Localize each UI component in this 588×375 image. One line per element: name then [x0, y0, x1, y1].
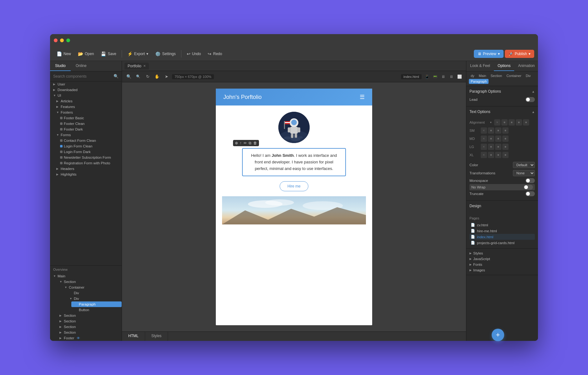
collapse-styles[interactable]: ▶ Styles — [469, 250, 535, 256]
fullscreen-icon[interactable]: ⬜ — [456, 73, 463, 80]
undo-button[interactable]: ↩ Undo — [184, 50, 204, 58]
collapse-images[interactable]: ▶ Images — [469, 267, 535, 273]
add-floating-button[interactable]: + — [492, 329, 504, 341]
md-align-right[interactable]: ≡ — [502, 136, 509, 142]
align-right-button[interactable]: ≡ — [516, 119, 522, 126]
zoom-in-button[interactable]: 🔍 — [125, 73, 133, 80]
sidebar-item-footers[interactable]: ▼ Footers — [53, 110, 122, 115]
move-icon[interactable]: ⊕ — [235, 141, 238, 145]
sm-align-none[interactable]: ✕ — [481, 127, 487, 134]
tab-animation[interactable]: Animation — [514, 61, 538, 71]
monospace-toggle[interactable] — [525, 178, 535, 183]
sm-align-left[interactable]: ≡ — [488, 127, 494, 134]
traffic-light-minimize[interactable] — [60, 39, 64, 42]
canvas-tab-portfolio[interactable]: Portfolio ✕ — [124, 63, 149, 69]
sidebar-item-login-form-dark[interactable]: Login Form Dark — [56, 149, 122, 155]
sm-align-center[interactable]: ≡ — [495, 127, 501, 134]
sidebar-item-downloaded[interactable]: ▶ Downloaded — [50, 87, 122, 93]
canvas-tab-close[interactable]: ✕ — [143, 64, 146, 68]
export-button[interactable]: ⚡ Export ▾ — [124, 50, 151, 58]
overview-section-4[interactable]: ▶ Section — [56, 324, 122, 330]
search-input[interactable] — [53, 74, 112, 79]
truncate-toggle[interactable] — [525, 191, 535, 196]
collapse-fonts[interactable]: ▶ Fonts — [469, 262, 535, 267]
md-align-none[interactable]: ✕ — [481, 136, 487, 142]
text-options-header[interactable]: Text Options ▲ — [469, 110, 535, 114]
color-select[interactable]: Default — [513, 162, 535, 168]
save-button[interactable]: 💾 Save — [98, 50, 119, 58]
widescreen-icon[interactable]: 🖥 — [448, 73, 455, 80]
new-button[interactable]: 📄 New — [54, 50, 74, 58]
overview-section-1[interactable]: ▼ Section — [56, 279, 122, 285]
canvas-file-selector[interactable]: index.html — [401, 74, 422, 79]
preview-button[interactable]: 🖥 Preview ▾ — [474, 50, 504, 58]
hamburger-menu[interactable]: ☰ — [360, 94, 365, 100]
overview-paragraph[interactable]: Paragraph — [71, 301, 122, 307]
sidebar-item-registration-form[interactable]: Registration Form with Photo — [56, 160, 122, 166]
publish-button[interactable]: 🚀 Publish ▾ — [505, 50, 534, 58]
sidebar-item-user[interactable]: ▶ User — [50, 81, 122, 87]
tab-online[interactable]: Online — [71, 61, 92, 71]
sidebar-item-articles[interactable]: ▶ Articles — [53, 98, 122, 104]
overview-button[interactable]: Button — [71, 307, 122, 313]
tab-look-feel[interactable]: Look & Feel — [466, 61, 494, 71]
overview-section-2[interactable]: ▶ Section — [56, 313, 122, 318]
page-hire-me[interactable]: 📄 hire-me.html — [469, 228, 535, 234]
sidebar-item-login-form-clean[interactable]: Login Form Clean — [56, 143, 122, 149]
canvas-area[interactable]: John's Porftolio ☰ — [122, 82, 466, 331]
paragraph-options-header[interactable]: Paragraph Options ▲ — [469, 89, 535, 94]
page-projects[interactable]: 📄 projects-grid-cards.html — [469, 240, 535, 246]
overview-container[interactable]: ▼ Container — [61, 285, 122, 290]
align-none-button[interactable]: ✕ — [494, 119, 500, 126]
xl-align-left[interactable]: ≡ — [488, 152, 494, 158]
traffic-light-close[interactable] — [54, 39, 58, 42]
lg-align-left[interactable]: ≡ — [488, 144, 494, 150]
collapse-javascript[interactable]: ▶ JavaScript — [469, 256, 535, 262]
bottom-tab-html[interactable]: HTML — [122, 332, 145, 341]
align-justify-button[interactable]: ≡ — [523, 119, 529, 126]
tab-studio[interactable]: Studio — [50, 61, 71, 71]
tablet-icon[interactable]: 📟 — [432, 73, 438, 80]
copy-icon[interactable]: ⧉ — [249, 141, 251, 145]
delete-icon[interactable]: 🗑 — [253, 141, 257, 145]
hand-tool[interactable]: ✋ — [153, 73, 161, 80]
page-cv[interactable]: 📄 cv.html — [469, 222, 535, 228]
rotate-button[interactable]: ↻ — [144, 73, 151, 80]
hire-me-button[interactable]: Hire me — [280, 181, 308, 191]
xl-align-right[interactable]: ≡ — [502, 152, 509, 158]
sidebar-item-footer-clean[interactable]: Footer Clean — [56, 121, 122, 126]
desktop-icon[interactable]: 🖥 — [440, 73, 447, 80]
align-left-button[interactable]: ≡ — [501, 119, 508, 126]
overview-div-1[interactable]: Div — [66, 290, 122, 296]
overview-footer[interactable]: ▶ Footer 👁 — [56, 335, 122, 341]
sidebar-item-ui[interactable]: ▼ UI — [50, 93, 122, 98]
sidebar-item-features[interactable]: ▶ Features — [53, 104, 122, 110]
sm-align-right[interactable]: ≡ — [502, 127, 509, 134]
lg-align-none[interactable]: ✕ — [481, 144, 487, 150]
tab-options[interactable]: Options — [494, 61, 514, 71]
arrow-tool[interactable]: ➤ — [163, 73, 170, 80]
bio-text-block[interactable]: Hello! I am John Smith. I work as interf… — [242, 148, 346, 176]
overview-section-5[interactable]: ▶ Section — [56, 330, 122, 335]
breadcrumb-div[interactable]: Div — [524, 73, 533, 78]
xl-align-center[interactable]: ≡ — [495, 152, 501, 158]
traffic-light-maximize[interactable] — [66, 39, 70, 42]
sidebar-item-highlights[interactable]: ▶ Highlights — [53, 172, 122, 177]
breadcrumb-container[interactable]: Container — [504, 73, 523, 78]
breadcrumb-main[interactable]: Main — [477, 73, 488, 78]
transformations-select[interactable]: None — [513, 170, 535, 176]
mobile-icon[interactable]: 📱 — [423, 73, 430, 80]
zoom-out-button[interactable]: 🔍 — [134, 73, 142, 80]
sidebar-item-footer-basic[interactable]: Footer Basic — [56, 115, 122, 121]
overview-main[interactable]: ▼ Main — [50, 273, 122, 279]
sidebar-item-contact-form-clean[interactable]: Contact Form Clean — [56, 138, 122, 143]
breadcrumb-section[interactable]: Section — [489, 73, 504, 78]
open-button[interactable]: 📂 Open — [75, 50, 97, 58]
sidebar-item-forms[interactable]: ▼ Forms — [53, 132, 122, 138]
breadcrumb-dy[interactable]: dy — [469, 73, 476, 78]
bottom-tab-styles[interactable]: Styles — [145, 332, 168, 341]
breadcrumb-paragraph[interactable]: Paragraph — [469, 79, 489, 84]
sidebar-item-footer-dark[interactable]: Footer Dark — [56, 126, 122, 132]
page-index[interactable]: 📄 index.html — [469, 234, 535, 240]
settings-button[interactable]: ⚙️ Settings — [152, 50, 178, 58]
